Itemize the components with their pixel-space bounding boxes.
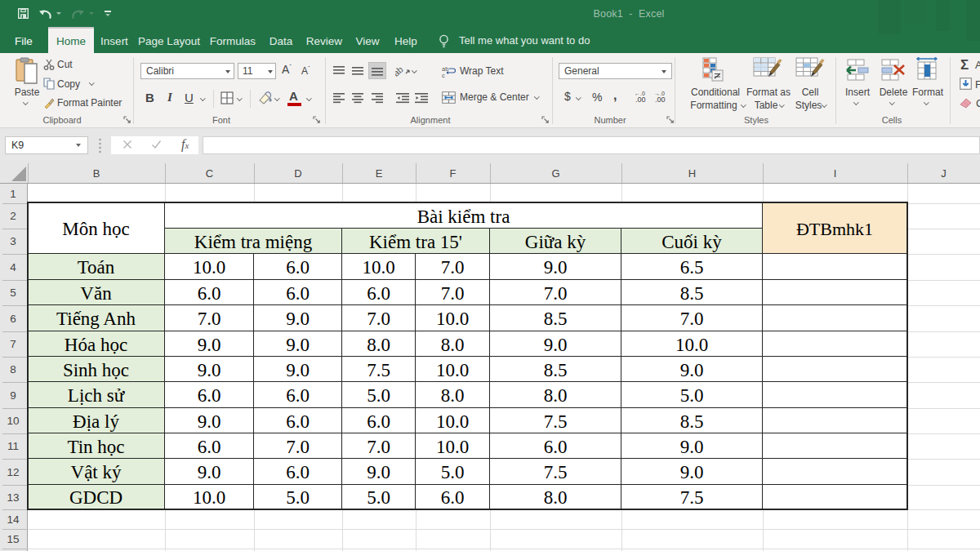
svg-text:.00: .00 <box>655 96 666 103</box>
svg-text:→.0: →.0 <box>654 91 665 96</box>
svg-text:.00: .00 <box>635 96 646 103</box>
svg-text:ab: ab <box>395 64 405 77</box>
svg-text:←.0: ←.0 <box>635 91 645 96</box>
svg-text:c: c <box>442 72 445 78</box>
